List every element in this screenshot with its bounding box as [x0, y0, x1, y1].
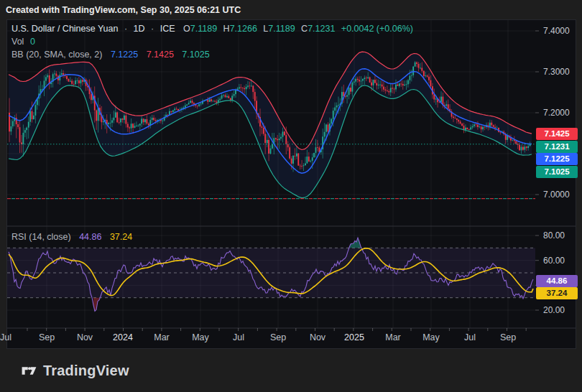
volume-value: 0 — [30, 37, 35, 47]
rsi-axis-label: 80.00 — [543, 230, 565, 241]
time-axis-label: 2025 — [344, 332, 364, 343]
change-value: +0.0042 (+0.06%) — [341, 24, 413, 34]
time-axis-label: May — [422, 332, 440, 343]
separator-dot: · — [124, 24, 127, 34]
bb-legend-row[interactable]: BB (20, SMA, close, 2) 7.1225 7.1425 7.1… — [11, 49, 210, 60]
time-axis-label: Mar — [154, 332, 170, 343]
time-axis-label: Nov — [310, 332, 325, 343]
open-value: 7.1189 — [190, 24, 217, 34]
close-value: 7.1231 — [308, 24, 335, 34]
time-axis-label: Mar — [385, 332, 401, 343]
price-axis-label: 7.0000 — [543, 189, 570, 200]
rsi-label: RSI (14, close) — [11, 232, 71, 242]
time-axis-label: Jul — [464, 332, 476, 343]
rsi-legend-row[interactable]: RSI (14, close) 44.86 37.24 — [11, 231, 132, 243]
rsi-ma-value: 37.24 — [110, 232, 132, 242]
price-label-chip: 7.1231 — [536, 141, 578, 153]
rsi-value: 44.86 — [79, 232, 101, 242]
bb-basis-value: 7.1225 — [111, 50, 138, 60]
timeframe-label: 1D — [134, 24, 145, 34]
time-axis[interactable]: JulSepNov2024MarMayJulSepNov2025MarMayJu… — [0, 332, 576, 345]
time-axis-label: Jul — [0, 332, 11, 343]
symbol-legend-row[interactable]: U.S. Dollar / Chinese Yuan · 1D · ICE O7… — [11, 23, 413, 34]
time-axis-label: Sep — [500, 332, 516, 343]
price-axis-label: 7.3000 — [543, 66, 570, 78]
bb-upper-value: 7.1425 — [147, 50, 174, 60]
high-value: 7.1266 — [230, 24, 257, 34]
bb-lower-value: 7.1025 — [182, 50, 209, 60]
rsi-label-chip: 44.86 — [536, 275, 578, 287]
time-axis-label: Jul — [233, 332, 244, 343]
price-label-chip: 7.1225 — [536, 153, 578, 165]
volume-legend-row[interactable]: Vol 0 — [11, 36, 35, 47]
time-axis-label: Sep — [270, 332, 286, 343]
price-axis-label: 7.2000 — [543, 107, 570, 118]
price-label-chip: 7.1025 — [536, 166, 578, 178]
open-label: O — [183, 24, 190, 34]
price-axis-label: 7.4000 — [543, 25, 570, 37]
exchange-label: ICE — [160, 24, 175, 34]
price-label-chip: 7.1425 — [536, 128, 578, 140]
tradingview-logo-text: TradingView — [43, 363, 129, 379]
rsi-axis-label: 20.00 — [543, 304, 565, 316]
high-label: H — [223, 24, 230, 34]
bb-label: BB (20, SMA, close, 2) — [11, 50, 102, 60]
separator-dot: · — [151, 24, 154, 34]
rsi-label-chip: 37.24 — [536, 287, 578, 299]
time-axis-label: Sep — [39, 332, 55, 343]
close-label: C — [301, 24, 308, 34]
time-axis-label: Nov — [77, 332, 93, 343]
tradingview-logo[interactable]: TradingView — [22, 360, 129, 381]
attribution-text: Created with TradingView.com, Sep 30, 20… — [6, 5, 241, 15]
time-axis-label: May — [192, 332, 209, 343]
tradingview-logo-icon — [22, 366, 37, 375]
price-axis[interactable]: 7.40007.30007.20007.000080.0060.0020.007… — [536, 0, 582, 349]
low-value: 7.1189 — [268, 24, 295, 34]
time-axis-label: 2024 — [113, 332, 133, 343]
volume-label: Vol — [11, 37, 24, 47]
tradingview-chart-snapshot: Created with TradingView.com, Sep 30, 20… — [0, 0, 582, 392]
rsi-axis-label: 60.00 — [543, 255, 565, 266]
symbol-title: U.S. Dollar / Chinese Yuan — [11, 24, 118, 34]
